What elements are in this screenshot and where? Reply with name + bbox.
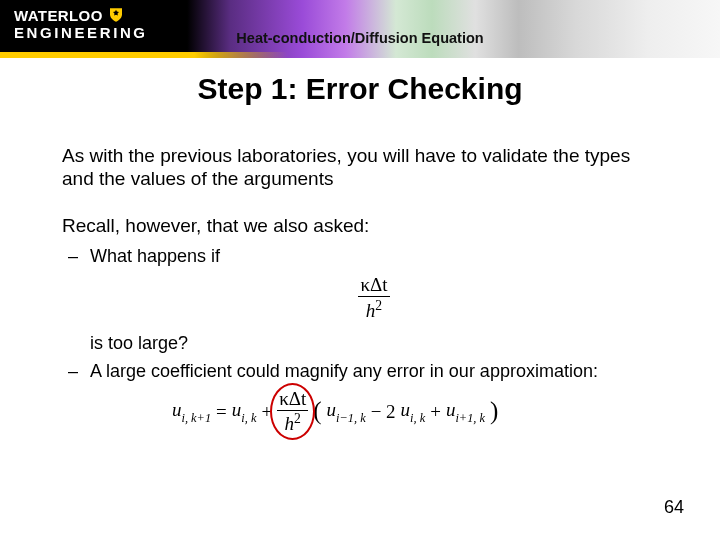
logo-text-top: WATERLOO [14,8,103,23]
equation: ui, k+1 = ui, k + κΔt h2 ( ui−1, k − 2 u… [172,389,658,434]
eq-rhs-term1: ui, k [232,398,257,425]
eq-inner-t2: ui, k [401,398,426,425]
frac1-num: κΔt [360,274,387,295]
eq-equals: = [216,400,227,423]
bullet-1-lead: What happens if [90,246,220,266]
eq-minus2: − 2 [371,400,396,423]
bullet-1: What happens if κΔt h2 is too large? [90,246,658,355]
bullet-list: What happens if κΔt h2 is too large? A l… [62,246,658,383]
fraction-1: κΔt h2 [90,275,658,322]
bullet-1-tail: is too large? [90,333,188,353]
slide-banner: WATERLOO ENGINEERING Heat-conduction/Dif… [0,0,720,58]
logo-text-bottom: ENGINEERING [14,25,148,40]
eq-rparen: ) [490,396,498,427]
eq-lhs: ui, k+1 [172,398,211,425]
banner-accent [0,52,720,58]
eq-inner-t1: ui−1, k [327,398,366,425]
waterloo-logo: WATERLOO ENGINEERING [14,6,148,40]
bullet-2: A large coefficient could magnify any er… [90,361,658,383]
paragraph-2: Recall, however, that we also asked: [62,214,658,237]
eq-fraction-highlighted: κΔt h2 [277,389,308,434]
page-number: 64 [664,497,684,518]
frac1-den: h2 [366,300,382,321]
paragraph-1: As with the previous laboratories, you w… [62,144,658,190]
eq-inner-t3: ui+1, k [446,398,485,425]
crest-icon [107,6,125,24]
eq-plus2: + [430,400,441,423]
slide-subject: Heat-conduction/Diffusion Equation [236,30,483,46]
slide-title: Step 1: Error Checking [0,72,720,106]
slide-body: As with the previous laboratories, you w… [0,106,720,434]
